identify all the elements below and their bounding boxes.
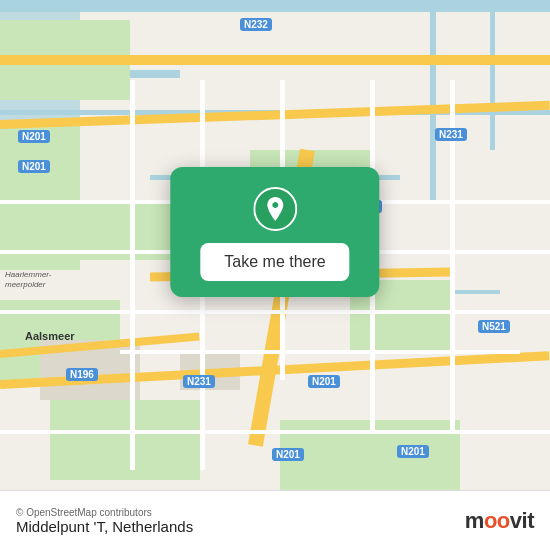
bottom-bar: © OpenStreetMap contributors Middelpunt … xyxy=(0,490,550,550)
road-label-n231-right: N231 xyxy=(435,128,467,141)
road-label-n201-left: N201 xyxy=(18,130,50,143)
road-label-n232-top: N232 xyxy=(240,18,272,31)
polder-label: Haarlemmer-meerpolder xyxy=(5,270,65,289)
road-v1 xyxy=(130,80,135,470)
location-pin-icon xyxy=(253,187,297,231)
canal-v1 xyxy=(430,0,436,200)
water-top xyxy=(0,0,550,12)
road-h5 xyxy=(0,430,550,434)
road-label-n196: N196 xyxy=(66,368,98,381)
road-label-n201-bot2: N201 xyxy=(272,448,304,461)
road-label-n201-br: N201 xyxy=(397,445,429,458)
location-name: Middelpunt 'T, Netherlands xyxy=(16,518,193,535)
city-label-aalsmeer: Aalsmeer xyxy=(25,330,75,342)
location-info: © OpenStreetMap contributors Middelpunt … xyxy=(16,507,193,535)
road-label-n201-bottom: N201 xyxy=(308,375,340,388)
canal-v2 xyxy=(490,0,495,150)
road-h4 xyxy=(120,350,520,354)
osm-credit: © OpenStreetMap contributors xyxy=(16,507,193,518)
take-me-there-button[interactable]: Take me there xyxy=(200,243,349,281)
popup-card: Take me there xyxy=(170,167,379,297)
road-label-n201-left2: N201 xyxy=(18,160,50,173)
road-n232 xyxy=(0,55,550,65)
moovit-brand-text: moovit xyxy=(465,508,534,534)
map-container: N232 N201 N201 N231 N231 N231 N231 N201 … xyxy=(0,0,550,490)
road-h3 xyxy=(0,310,550,314)
green-7 xyxy=(50,400,200,480)
road-label-n521: N521 xyxy=(478,320,510,333)
moovit-logo: moovit xyxy=(465,508,534,534)
road-label-n231-bottom: N231 xyxy=(183,375,215,388)
